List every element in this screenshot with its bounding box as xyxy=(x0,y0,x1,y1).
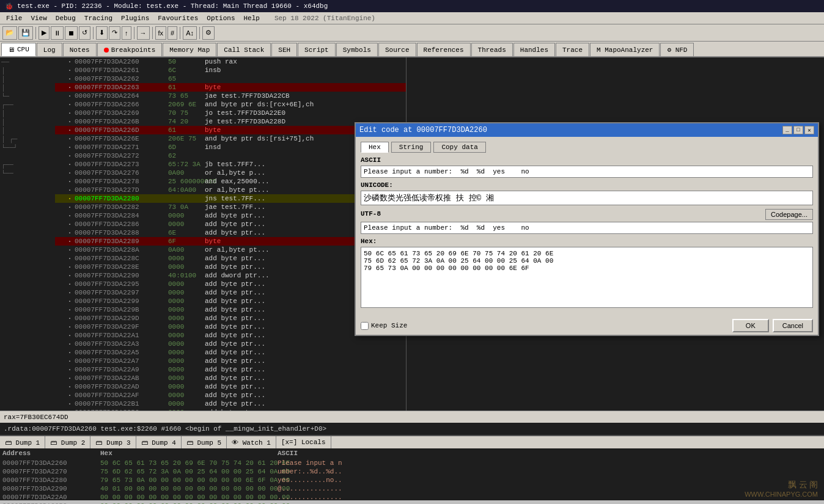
cancel-button[interactable]: Cancel xyxy=(773,319,813,332)
tab-script[interactable]: Script xyxy=(298,43,336,56)
tab-cpu[interactable]: 🖥 CPU xyxy=(1,43,36,56)
disasm-row[interactable]: ·00007FF7D3DA22716Dinsd xyxy=(55,143,406,152)
disasm-row[interactable]: ·00007FF7D3DA22886Eadd byte ptr... xyxy=(55,228,406,237)
modal-close-btn[interactable]: ✕ xyxy=(804,126,814,134)
disasm-row[interactable]: ·00007FF7D3DA22A50000add byte ptr... xyxy=(55,348,406,357)
tab-notes[interactable]: Notes xyxy=(63,43,97,56)
tab-breakpoints[interactable]: Breakpoints xyxy=(97,43,163,56)
disasm-row[interactable]: ·00007FF7D3DA22A30000add byte ptr... xyxy=(55,340,406,348)
tab-symbols[interactable]: Symbols xyxy=(336,43,378,56)
disasm-row[interactable]: ·00007FF7D3DA22950000add byte ptr... xyxy=(55,280,406,288)
disasm-row[interactable]: ·00007FF7D3DA226473 65jae test.7FF7D3DA2… xyxy=(55,92,406,100)
tab-source[interactable]: Source xyxy=(378,43,416,56)
dump4-tab[interactable]: 🗃 Dump 4 xyxy=(136,436,182,448)
hex-content-area[interactable]: 50 6C 65 61 73 65 20 69 6E 70 75 74 20 6… xyxy=(361,247,813,308)
disasm-row[interactable]: ·00007FF7D3DA22A90000add byte ptr... xyxy=(55,365,406,374)
disasm-row[interactable]: ·00007FF7D3DA22AD0000add byte ptr... xyxy=(55,382,406,391)
btn-step-into[interactable]: ⬇ xyxy=(96,26,108,40)
btn-open[interactable]: 📂 xyxy=(2,26,17,40)
dump1-tab[interactable]: 🗃 Dump 1 xyxy=(0,436,45,448)
menu-plugins[interactable]: Plugins xyxy=(117,14,153,23)
disasm-row[interactable]: ·00007FF7D3DA229D0000add byte ptr... xyxy=(55,314,406,323)
tab-log[interactable]: Log xyxy=(37,43,62,56)
modal-maximize-btn[interactable]: □ xyxy=(793,126,803,134)
disasm-row[interactable]: ·00007FF7D3DA22990000add byte ptr... xyxy=(55,297,406,305)
disasm-row[interactable]: ·00007FF7D3DA226265 xyxy=(55,75,406,83)
btn-hash[interactable]: # xyxy=(167,26,177,40)
tab-trace[interactable]: Trace xyxy=(556,43,589,56)
ok-button[interactable]: OK xyxy=(732,319,769,332)
tab-references[interactable]: References xyxy=(417,43,471,56)
codepage-button[interactable]: Codepage... xyxy=(765,209,813,220)
btn-step-over[interactable]: ↷ xyxy=(109,26,120,40)
disasm-row[interactable]: ·00007FF7D3DA226050push rax xyxy=(55,57,406,66)
disasm-row[interactable]: ·00007FF7D3DA22840000add byte ptr... xyxy=(55,211,406,220)
tab-call-stack[interactable]: Call Stack xyxy=(217,43,271,56)
disasm-row[interactable]: ·00007FF7D3DA22B10000add byte ptr... xyxy=(55,400,406,408)
btn-save[interactable]: 💾 xyxy=(18,26,33,40)
disasm-row[interactable]: ·00007FF7D3DA229B0000add byte ptr... xyxy=(55,305,406,314)
btn-run[interactable]: ▶ xyxy=(39,26,50,40)
disasm-row[interactable]: ·00007FF7D3DA229040:0100add dword ptr... xyxy=(55,271,406,280)
tab-mapo[interactable]: M MapoAnalyzer xyxy=(590,43,660,56)
disasm-row[interactable]: ·00007FF7D3DA22662069 6Eand byte ptr ds:… xyxy=(55,100,406,109)
disasm-row[interactable]: ·00007FF7D3DA226E206E 75and byte ptr ds:… xyxy=(55,134,406,143)
disasm-row[interactable]: ·00007FF7D3DA226D61byte xyxy=(55,126,406,134)
modal-minimize-btn[interactable]: _ xyxy=(782,126,792,134)
disasm-row[interactable]: ·00007FF7D3DA227262 xyxy=(55,152,406,160)
disasm-row[interactable]: ·00007FF7D3DA229F0000add byte ptr... xyxy=(55,323,406,331)
disasm-row[interactable]: ·00007FF7D3DA226B74 20je test.7FF7D3DA22… xyxy=(55,117,406,126)
btn-options2[interactable]: ⚙ xyxy=(202,26,215,40)
dump5-tab[interactable]: 🗃 Dump 5 xyxy=(182,436,227,448)
menu-debug[interactable]: Debug xyxy=(52,14,79,23)
menu-view[interactable]: View xyxy=(27,14,50,23)
menu-options[interactable]: Options xyxy=(203,14,238,23)
btn-function[interactable]: fx xyxy=(155,26,167,40)
disasm-row[interactable]: ·00007FF7D3DA226970 75jo test.7FF7D3DA22… xyxy=(55,109,406,117)
disasm-row[interactable]: ·00007FF7D3DA227D64:0A00or al,byte pt... xyxy=(55,186,406,194)
disasm-row[interactable]: ·00007FF7D3DA228C0000add byte ptr... xyxy=(55,254,406,263)
menu-help[interactable]: Help xyxy=(240,14,263,23)
disasm-row[interactable]: ·00007FF7D3DA22A70000add byte ptr... xyxy=(55,357,406,365)
locals-tab[interactable]: [x=] Locals xyxy=(276,436,331,448)
btn-go-to[interactable]: → xyxy=(137,26,150,40)
menu-favourites[interactable]: Favourites xyxy=(154,14,202,23)
tab-memory-map[interactable]: Memory Map xyxy=(163,43,216,56)
disasm-row[interactable]: ·00007FF7D3DA2280jns test.7FF... xyxy=(55,194,406,203)
dump2-tab[interactable]: 🗃 Dump 2 xyxy=(45,436,90,448)
disasm-row[interactable]: ·00007FF7D3DA22860000add byte ptr... xyxy=(55,220,406,228)
tab-threads[interactable]: Threads xyxy=(471,43,513,56)
disasm-row[interactable]: ·00007FF7D3DA227365:72 3Ajb test.7FF7... xyxy=(55,160,406,169)
modal-tab-string[interactable]: String xyxy=(391,142,432,153)
disasm-row[interactable]: ·00007FF7D3DA22896Fbyte xyxy=(55,237,406,246)
tab-nfd[interactable]: ⚙ NFD xyxy=(660,43,694,56)
disasm-row[interactable]: ·00007FF7D3DA228E0000add byte ptr... xyxy=(55,263,406,271)
disasm-row[interactable]: ·00007FF7D3DA228273 0Ajae test.7FF... xyxy=(55,203,406,211)
disasm-row[interactable]: ·00007FF7D3DA22A10000add byte ptr... xyxy=(55,331,406,340)
tab-handles[interactable]: Handles xyxy=(513,43,555,56)
btn-pause[interactable]: ⏸ xyxy=(51,26,64,40)
menu-tracing[interactable]: Tracing xyxy=(81,14,116,23)
disasm-row[interactable]: ·00007FF7D3DA228A0A00or al,byte pt... xyxy=(55,246,406,254)
tab-seh[interactable]: SEH xyxy=(271,43,297,56)
disasm-row[interactable]: ·00007FF7D3DA22970000add byte ptr... xyxy=(55,288,406,297)
ascii-input[interactable] xyxy=(361,166,813,178)
disasm-row[interactable]: ·00007FF7D3DA226361byte xyxy=(55,83,406,92)
disasm-row[interactable]: ·00007FF7D3DA22AB0000add byte ptr... xyxy=(55,374,406,382)
btn-restart[interactable]: ↺ xyxy=(79,26,90,40)
disasm-row[interactable]: ·00007FF7D3DA22B30000add byte ptr... xyxy=(55,408,406,411)
disasm-row[interactable]: ·00007FF7D3DA22616Cinsb xyxy=(55,66,406,75)
modal-tab-copy[interactable]: Copy data xyxy=(433,142,485,153)
disasm-row[interactable]: ·00007FF7D3DA22760A00or al,byte p... xyxy=(55,169,406,177)
disasm-row[interactable]: ·00007FF7D3DA22AF0000add byte ptr... xyxy=(55,391,406,400)
modal-tab-hex[interactable]: Hex xyxy=(361,142,389,153)
disasm-row[interactable]: ·00007FF7D3DA227825 60000002Sand eax,250… xyxy=(55,177,406,186)
dump3-tab[interactable]: 🗃 Dump 3 xyxy=(90,436,136,448)
disasm-panel[interactable]: ·00007FF7D3DA226050push rax·00007FF7D3DA… xyxy=(55,57,406,411)
menu-file[interactable]: File xyxy=(2,14,26,23)
utf8-input[interactable] xyxy=(361,222,813,234)
btn-stop[interactable]: ⏹ xyxy=(65,26,78,40)
btn-font[interactable]: A↕ xyxy=(183,26,197,40)
btn-step-out[interactable]: ↑ xyxy=(122,26,131,40)
watch1-tab[interactable]: 👁 Watch 1 xyxy=(227,436,276,448)
